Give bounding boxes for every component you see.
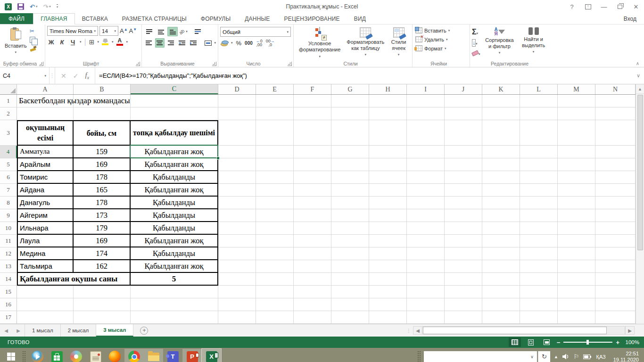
cell-M6[interactable]: [558, 171, 595, 184]
cancel-icon[interactable]: ✕: [61, 72, 66, 80]
cell-D4[interactable]: [218, 146, 256, 158]
cell-K1[interactable]: [482, 95, 520, 107]
cell-D14[interactable]: [218, 273, 256, 286]
sign-in-link[interactable]: Вход: [624, 13, 644, 24]
cell-F15[interactable]: [294, 286, 331, 298]
cell-D17[interactable]: [218, 311, 256, 324]
cell-J13[interactable]: [445, 260, 482, 273]
find-select-button[interactable]: Найти и выделить▾: [517, 26, 550, 60]
cell-E11[interactable]: [256, 235, 294, 247]
cell-M11[interactable]: [558, 235, 595, 247]
cell-L1[interactable]: [520, 95, 558, 107]
cell-J8[interactable]: [445, 197, 482, 209]
cell-D9[interactable]: [218, 209, 256, 222]
zoom-level[interactable]: 100%: [623, 339, 639, 345]
cell-I15[interactable]: [407, 286, 445, 298]
cell-G6[interactable]: [331, 171, 369, 184]
merge-center-icon[interactable]: [203, 38, 213, 48]
cell-G11[interactable]: [331, 235, 369, 247]
cell-N13[interactable]: [595, 260, 636, 273]
decrease-decimal-icon[interactable]: 00→,0: [266, 39, 275, 47]
cell-K10[interactable]: [482, 222, 520, 235]
zoom-in-icon[interactable]: +: [616, 339, 619, 346]
underline-button[interactable]: Ч: [69, 39, 77, 46]
row-header-7[interactable]: 7: [0, 184, 17, 197]
cell-J17[interactable]: [445, 311, 482, 324]
column-header-A[interactable]: A: [17, 84, 74, 94]
cell-E4[interactable]: [256, 146, 294, 158]
cell-E12[interactable]: [256, 247, 294, 260]
currency-icon[interactable]: [220, 40, 228, 46]
cell-F10[interactable]: [294, 222, 331, 235]
cell-I5[interactable]: [407, 158, 445, 171]
row-header-5[interactable]: 5: [0, 158, 17, 171]
cell-M15[interactable]: [558, 286, 595, 298]
fill-icon[interactable]: ↓▾: [472, 38, 480, 47]
cell-F5[interactable]: [294, 158, 331, 171]
cell-D3[interactable]: [218, 120, 256, 146]
cell-M9[interactable]: [558, 209, 595, 222]
cell-B13[interactable]: 162: [74, 260, 131, 273]
sheet-tab-3-мысал[interactable]: 3 мысал: [96, 324, 133, 337]
cell-E1[interactable]: [256, 95, 294, 107]
cell-M17[interactable]: [558, 311, 595, 324]
cell-H9[interactable]: [369, 209, 407, 222]
cell-M14[interactable]: [558, 273, 595, 286]
cell-C5[interactable]: Қабылданған жоқ: [131, 158, 218, 171]
cell-E6[interactable]: [256, 171, 294, 184]
scroll-up-icon[interactable]: ▲: [636, 84, 644, 94]
cell-H6[interactable]: [369, 171, 407, 184]
fill-handle[interactable]: [216, 156, 220, 160]
taskbar-chrome[interactable]: [124, 349, 144, 362]
cell-I10[interactable]: [407, 222, 445, 235]
normal-view-icon[interactable]: [509, 337, 521, 347]
cell-K16[interactable]: [482, 298, 520, 311]
cell-A1[interactable]: Баскетболдан қыздар командасы: [17, 95, 74, 107]
ribbon-display-options-icon[interactable]: ↑: [580, 0, 596, 13]
search-refresh-icon[interactable]: ↻: [538, 351, 550, 362]
cell-L2[interactable]: [520, 107, 558, 120]
cell-A5[interactable]: Арайлым: [17, 158, 74, 171]
clock[interactable]: 22:51 19.11.2020: [611, 351, 643, 362]
ribbon-tab-главная[interactable]: ГЛАВНАЯ: [33, 13, 74, 25]
cell-H10[interactable]: [369, 222, 407, 235]
formula-input[interactable]: =ЕСЛИ(B4>=170;"Қабылданды";"Қабылданған …: [95, 67, 633, 84]
cell-B5[interactable]: 169: [74, 158, 131, 171]
cell-M4[interactable]: [558, 146, 595, 158]
cell-N15[interactable]: [595, 286, 636, 298]
cell-D15[interactable]: [218, 286, 256, 298]
cell-L5[interactable]: [520, 158, 558, 171]
cell-C3[interactable]: топқа қабылдау шешімі: [131, 120, 218, 146]
cell-I3[interactable]: [407, 120, 445, 146]
cell-A17[interactable]: [17, 311, 74, 324]
cell-N5[interactable]: [595, 158, 636, 171]
ribbon-tab-вид[interactable]: ВИД: [347, 13, 373, 24]
cell-H17[interactable]: [369, 311, 407, 324]
cell-K2[interactable]: [482, 107, 520, 120]
increase-decimal-icon[interactable]: ←0,00: [256, 39, 263, 47]
conditional-formatting-button[interactable]: ≠ Условное форматирование▾: [296, 26, 344, 60]
row-header-16[interactable]: 16: [0, 298, 17, 311]
cell-E14[interactable]: [256, 273, 294, 286]
cell-K5[interactable]: [482, 158, 520, 171]
cell-D5[interactable]: [218, 158, 256, 171]
cell-B16[interactable]: [74, 298, 131, 311]
cell-C4[interactable]: Қабылданған жоқ: [131, 146, 218, 158]
vertical-scroll-thumb[interactable]: [637, 95, 643, 250]
cell-J7[interactable]: [445, 184, 482, 197]
new-sheet-icon[interactable]: +: [140, 327, 148, 335]
column-header-E[interactable]: E: [256, 84, 294, 94]
cell-I14[interactable]: [407, 273, 445, 286]
cell-G3[interactable]: [331, 120, 369, 146]
ribbon-tab-разметка-страницы[interactable]: РАЗМЕТКА СТРАНИЦЫ: [115, 13, 194, 24]
cell-G14[interactable]: [331, 273, 369, 286]
cell-N2[interactable]: [595, 107, 636, 120]
cell-C10[interactable]: Қабылданды: [131, 222, 218, 235]
save-icon[interactable]: [17, 3, 24, 10]
cell-I13[interactable]: [407, 260, 445, 273]
cell-F13[interactable]: [294, 260, 331, 273]
taskbar-excel[interactable]: X: [202, 349, 221, 362]
row-header-9[interactable]: 9: [0, 209, 17, 222]
cell-I7[interactable]: [407, 184, 445, 197]
alignment-dialog-launcher[interactable]: [212, 62, 216, 66]
